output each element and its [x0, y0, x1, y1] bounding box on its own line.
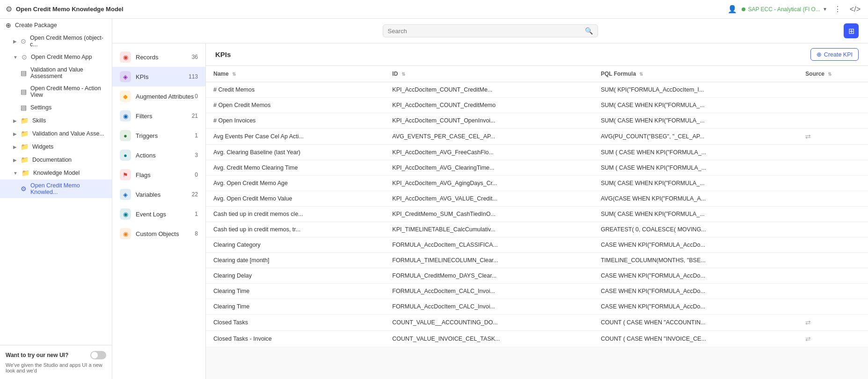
more-options-btn[interactable]: ⋮ — [832, 3, 843, 15]
table-row[interactable]: # Open Credit Memos KPI_AccDocItem_COUNT… — [206, 98, 868, 113]
category-item-custom-objects[interactable]: ◉ Custom Objects 8 — [112, 224, 205, 243]
table-row[interactable]: Clearing Time FORMULA_AccDocItem_CALC_In… — [206, 284, 868, 299]
kpi-pql: SUM( CASE WHEN KPI("FORMULA_... — [593, 98, 798, 113]
sidebar-item-documentation[interactable]: ▶ 📁 Documentation — [0, 153, 112, 166]
table-row[interactable]: Clearing Category FORMULA_AccDocItem_CLA… — [206, 237, 868, 253]
cat-icon-filters: ◉ — [120, 110, 131, 122]
search-input[interactable] — [388, 28, 582, 35]
sidebar-item-open-credit-memo-app[interactable]: ▼ ⊙ Open Credit Memo App — [0, 50, 112, 64]
kpi-id: COUNT_VALUE_INVOICE_CEL_TASK... — [385, 331, 593, 347]
category-item-actions[interactable]: ● Actions 3 — [112, 145, 205, 165]
kpi-name: Cash tied up in credit memos cle... — [206, 207, 385, 222]
cat-icon-actions: ● — [120, 150, 131, 161]
sidebar-label: Documentation — [32, 157, 72, 163]
table-row[interactable]: Cash tied up in credit memos, tr... KPI_… — [206, 222, 868, 237]
sidebar-item-widgets[interactable]: ▶ 📁 Widgets — [0, 140, 112, 153]
cat-left: ◉ Custom Objects — [120, 228, 179, 239]
cat-count: 0 — [195, 172, 198, 178]
cat-label: Custom Objects — [136, 230, 179, 237]
kpi-id: KPI_AccDocItem_AVG_FreeCashFlo... — [385, 145, 593, 160]
table-row[interactable]: Clearing Delay FORMULA_CreditMemo_DAYS_C… — [206, 268, 868, 284]
category-item-filters[interactable]: ◉ Filters 21 — [112, 106, 205, 126]
kpi-id: FORMULA_AccDocItem_CLASSIFICA... — [385, 237, 593, 253]
category-item-event-logs[interactable]: ◉ Event Logs 1 — [112, 204, 205, 224]
table-row[interactable]: # Open Invoices KPI_AccDocItem_COUNT_Ope… — [206, 113, 868, 129]
table-row[interactable]: Clearing Time FORMULA_AccDocItem_CALC_In… — [206, 299, 868, 315]
kpi-name: # Open Invoices — [206, 113, 385, 129]
kpi-name: Avg. Credit Memo Clearing Time — [206, 160, 385, 176]
topbar-right: 👤 SAP ECC - Analytical (FI O... ▼ ⋮ </> — [728, 3, 862, 15]
category-item-variables[interactable]: ◈ Variables 22 — [112, 185, 205, 204]
sidebar-item-open-credit-memos[interactable]: ▶ ⊙ Open Credit Memos (object-c... — [0, 32, 112, 50]
cat-left: ⚑ Flags — [120, 169, 151, 180]
table-row[interactable]: Clearing date [month] FORMULA_TIMELINECO… — [206, 253, 868, 268]
table-row[interactable]: # Credit Memos KPI_AccDocItem_COUNT_Cred… — [206, 82, 868, 98]
code-view-btn[interactable]: </> — [848, 3, 862, 15]
sidebar-item-knowledge-model[interactable]: ▼ 📁 Knowledge Model — [0, 166, 112, 179]
chevron-right-icon: ▶ — [13, 157, 17, 163]
sidebar-item-action-view[interactable]: ▤ Open Credit Memo - Action View — [0, 82, 112, 101]
kpi-name: Avg. Clearing Baseline (last Year) — [206, 145, 385, 160]
kpi-pql: TIMELINE_COLUMN(MONTHS, "BSE... — [593, 253, 798, 268]
layout: ⊕ Create Package ▶ ⊙ Open Credit Memos (… — [0, 19, 868, 379]
col-pql-formula[interactable]: PQL Formula ⇅ — [593, 66, 798, 82]
kpi-pql: COUNT ( CASE WHEN "INVOICE_CE... — [593, 331, 798, 347]
sidebar-item-skills[interactable]: ▶ 📁 Skills — [0, 114, 112, 127]
table-row[interactable]: Avg. Open Credit Memo Value KPI_AccDocIt… — [206, 191, 868, 207]
badge-text: SAP ECC - Analytical (FI O... — [748, 6, 820, 13]
category-item-augmented-attributes[interactable]: ◆ Augmented Attributes 0 — [112, 86, 205, 106]
cat-icon-custom-objects: ◉ — [120, 228, 131, 239]
cat-count: 3 — [195, 152, 198, 158]
sidebar-item-validation-asse[interactable]: ▶ 📁 Validation and Value Asse... — [0, 127, 112, 140]
table-row[interactable]: Closed Tasks COUNT_VALUE__ACCOUNTING_DO.… — [206, 315, 868, 331]
kpi-name: Avg Events Per Case Cel Ap Acti... — [206, 129, 385, 145]
cat-count: 1 — [195, 211, 198, 217]
kpi-id: KPI_TIMELINETABLE_CalcCumulativ... — [385, 222, 593, 237]
status-dot — [742, 7, 745, 11]
category-item-flags[interactable]: ⚑ Flags 0 — [112, 165, 205, 185]
col-name[interactable]: Name ⇅ — [206, 66, 385, 82]
kpi-name: Cash tied up in credit memos, tr... — [206, 222, 385, 237]
object-icon: ⊙ — [21, 37, 26, 45]
grid-view-btn[interactable]: ⊞ — [844, 23, 859, 38]
col-source[interactable]: Source ⇅ — [798, 66, 868, 82]
cat-label: Flags — [136, 172, 151, 179]
cat-icon-variables: ◈ — [120, 189, 131, 200]
kpi-name: Clearing Time — [206, 284, 385, 299]
table-row[interactable]: Closed Tasks - Invoice COUNT_VALUE_INVOI… — [206, 331, 868, 347]
table-row[interactable]: Avg. Open Credit Memo Age KPI_AccDocItem… — [206, 176, 868, 191]
sidebar-item-create-package[interactable]: ⊕ Create Package — [0, 19, 112, 32]
cat-label: Filters — [136, 113, 152, 120]
create-kpi-button[interactable]: ⊕ Create KPI — [810, 48, 859, 61]
cat-label: Triggers — [136, 132, 158, 139]
kpi-pql: SUM( CASE WHEN KPI("FORMULA_... — [593, 176, 798, 191]
kpi-source: ⇄ — [798, 331, 868, 347]
category-item-triggers[interactable]: ● Triggers 1 — [112, 126, 205, 145]
kpi-table: Name ⇅ID ⇅PQL Formula ⇅Source ⇅ # Credit… — [206, 66, 868, 347]
col-id[interactable]: ID ⇅ — [385, 66, 593, 82]
category-item-records[interactable]: ◉ Records 36 — [112, 47, 205, 67]
sidebar-label: Open Credit Memo App — [31, 54, 92, 60]
new-ui-toggle[interactable] — [90, 351, 106, 359]
cat-label: Variables — [136, 191, 160, 198]
table-row[interactable]: Avg. Clearing Baseline (last Year) KPI_A… — [206, 145, 868, 160]
user-icon[interactable]: 👤 — [728, 5, 737, 14]
kpi-source — [798, 98, 868, 113]
cat-count: 22 — [192, 191, 198, 198]
table-row[interactable]: Avg. Credit Memo Clearing Time KPI_AccDo… — [206, 160, 868, 176]
table-icon: ▤ — [21, 69, 27, 77]
kpi-pql: GREATEST( 0, COALESCE( MOVING... — [593, 222, 798, 237]
table-row[interactable]: Avg Events Per Case Cel Ap Acti... AVG_E… — [206, 129, 868, 145]
table-row[interactable]: Cash tied up in credit memos cle... KPI_… — [206, 207, 868, 222]
kpi-id: AVG_EVENTS_PER_CASE_CEL_AP... — [385, 129, 593, 145]
sidebar-item-settings[interactable]: ▤ Settings — [0, 101, 112, 114]
sidebar-item-open-credit-knowledge[interactable]: ⚙ Open Credit Memo Knowled... — [0, 179, 112, 198]
kpi-panel-title: KPIs — [215, 50, 231, 58]
sidebar-item-validation-value[interactable]: ▤ Validation and Value Assessment — [0, 64, 112, 82]
cat-count: 1 — [195, 132, 198, 139]
chevron-down-icon[interactable]: ▼ — [823, 7, 827, 12]
kpi-name: Closed Tasks — [206, 315, 385, 331]
category-item-kpis[interactable]: ◈ KPIs 113 — [112, 67, 205, 86]
cat-left: ◈ KPIs — [120, 71, 148, 82]
cat-count: 8 — [195, 230, 198, 237]
